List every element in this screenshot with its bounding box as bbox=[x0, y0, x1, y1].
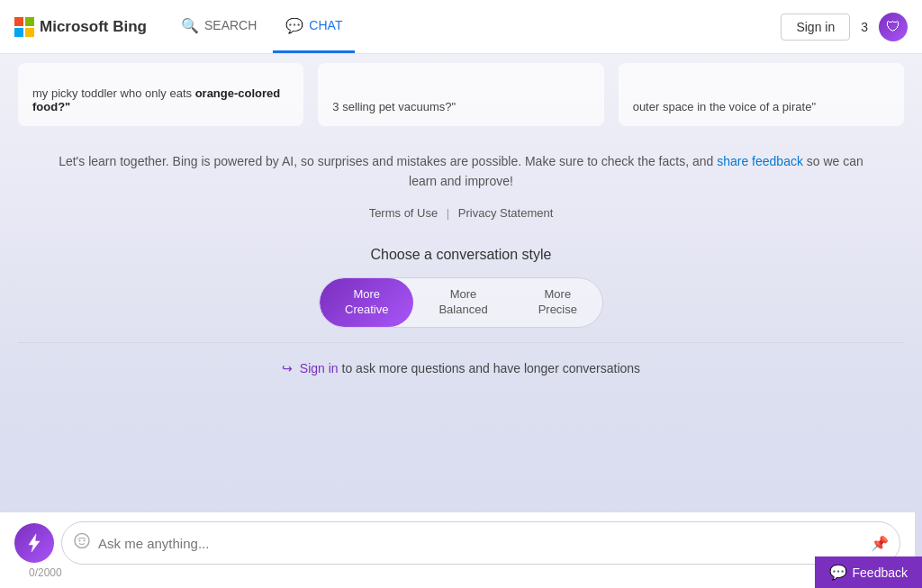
bing-logo-icon bbox=[14, 17, 34, 37]
suggestion-card-1-text: my picky toddler who only eats orange-co… bbox=[32, 86, 289, 113]
header-right: Sign in 3 🛡 bbox=[781, 13, 908, 41]
disclaimer-text-before: Let's learn together. Bing is powered by… bbox=[59, 154, 717, 168]
suggestion-card-3[interactable]: outer space in the voice of a pirate" bbox=[619, 63, 904, 126]
signin-link[interactable]: Sign in bbox=[300, 361, 339, 375]
shield-icon[interactable]: 🛡 bbox=[879, 13, 908, 41]
share-feedback-link[interactable]: share feedback bbox=[717, 154, 803, 168]
svg-point-0 bbox=[75, 534, 89, 548]
feedback-label: Feedback bbox=[853, 565, 908, 580]
style-creative-line1: More bbox=[353, 287, 380, 301]
style-buttons: More Creative More Balanced More Precise bbox=[319, 277, 603, 328]
svg-point-1 bbox=[79, 540, 81, 542]
style-precise-line2: Precise bbox=[538, 303, 577, 316]
sign-in-button[interactable]: Sign in bbox=[781, 14, 850, 41]
tab-search[interactable]: 🔍 SEARCH bbox=[168, 0, 269, 53]
signin-arrow-icon: ↪ bbox=[282, 361, 293, 375]
style-balanced-line2: Balanced bbox=[438, 303, 487, 316]
chat-icon: 💬 bbox=[285, 17, 303, 34]
feedback-icon: 💬 bbox=[829, 564, 847, 581]
broom-icon bbox=[23, 532, 45, 554]
tab-chat-label: CHAT bbox=[309, 18, 342, 32]
legal-links: Terms of Use | Privacy Statement bbox=[0, 203, 922, 238]
input-box-wrapper: 📌 bbox=[61, 521, 900, 565]
tab-chat[interactable]: 💬 CHAT bbox=[273, 0, 355, 53]
signin-suffix-text: to ask more questions and have longer co… bbox=[342, 361, 641, 375]
pin-icon[interactable]: 📌 bbox=[871, 535, 889, 552]
input-area: 📌 0/2000 bbox=[0, 512, 915, 588]
notification-count: 3 bbox=[861, 20, 868, 34]
style-precise-line1: More bbox=[545, 287, 572, 301]
nav-tabs: 🔍 SEARCH 💬 CHAT bbox=[168, 0, 355, 53]
terms-of-use-link[interactable]: Terms of Use bbox=[369, 206, 438, 220]
suggestion-card-2[interactable]: 3 selling pet vacuums?" bbox=[318, 63, 603, 126]
style-balanced-button[interactable]: More Balanced bbox=[413, 278, 512, 327]
logo[interactable]: Microsoft Bing bbox=[14, 17, 147, 37]
header: Microsoft Bing 🔍 SEARCH 💬 CHAT Sign in 3… bbox=[0, 0, 922, 54]
suggestion-cards: my picky toddler who only eats orange-co… bbox=[0, 54, 922, 140]
bing-avatar bbox=[14, 523, 54, 563]
style-precise-button[interactable]: More Precise bbox=[513, 278, 602, 327]
feedback-button[interactable]: 💬 Feedback bbox=[815, 556, 922, 588]
svg-point-2 bbox=[84, 540, 86, 542]
search-icon: 🔍 bbox=[181, 17, 199, 34]
signin-prompt: ↪ Sign in to ask more questions and have… bbox=[18, 342, 904, 384]
chat-prefix-icon bbox=[73, 532, 91, 555]
input-row: 📌 bbox=[14, 521, 900, 565]
suggestion-card-2-text: 3 selling pet vacuums?" bbox=[332, 100, 456, 113]
disclaimer: Let's learn together. Bing is powered by… bbox=[0, 140, 922, 203]
main-content: my picky toddler who only eats orange-co… bbox=[0, 54, 922, 588]
conversation-style-title: Choose a conversation style bbox=[0, 247, 922, 263]
chat-input[interactable] bbox=[98, 536, 856, 551]
suggestion-card-1[interactable]: my picky toddler who only eats orange-co… bbox=[18, 63, 303, 126]
style-creative-line2: Creative bbox=[345, 303, 388, 316]
logo-text: Microsoft Bing bbox=[40, 18, 147, 36]
char-count: 0/2000 bbox=[14, 565, 900, 581]
privacy-statement-link[interactable]: Privacy Statement bbox=[458, 206, 554, 220]
tab-search-label: SEARCH bbox=[204, 18, 257, 32]
suggestion-card-3-text: outer space in the voice of a pirate" bbox=[633, 100, 816, 113]
conversation-style-section: Choose a conversation style More Creativ… bbox=[0, 238, 922, 342]
style-balanced-line1: More bbox=[450, 287, 477, 301]
legal-separator: | bbox=[447, 206, 449, 220]
style-creative-button[interactable]: More Creative bbox=[320, 278, 413, 327]
